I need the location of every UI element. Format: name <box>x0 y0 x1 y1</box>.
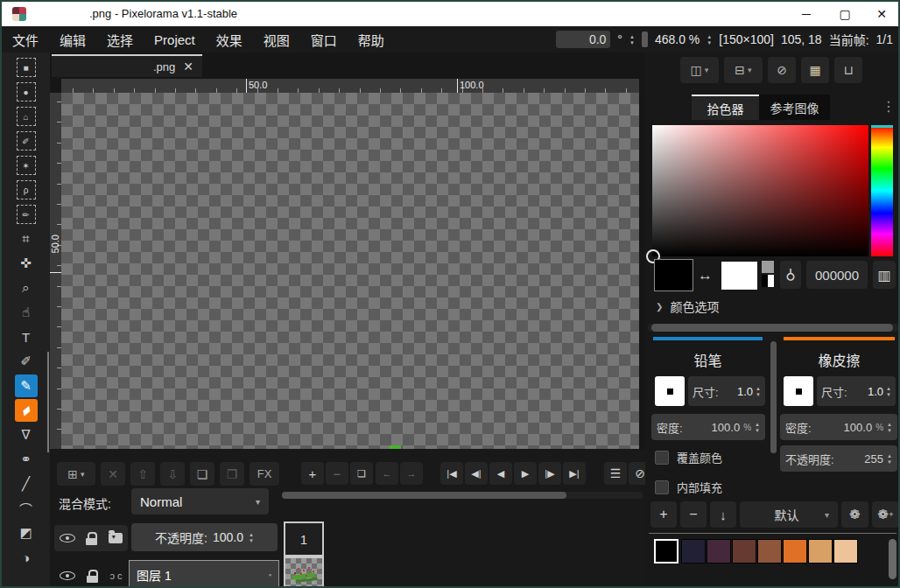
frame-cel-thumbnail[interactable] <box>284 556 324 588</box>
menu-edit[interactable]: 编辑 <box>49 26 96 52</box>
layer-name-field[interactable]: 图层 1 ▪ <box>129 560 279 588</box>
tool-rect-shape[interactable]: ◩ <box>15 522 38 544</box>
zoom-spinner[interactable]: ▲▼ <box>707 34 712 46</box>
timeline-settings-button[interactable]: ☰ <box>604 462 627 485</box>
eraser-density-spinner[interactable]: ▲▼ <box>887 422 892 433</box>
delete-layer-button[interactable]: ✕ <box>101 462 125 486</box>
add-layer-button[interactable]: ⊞ ▾ <box>57 462 95 486</box>
move-layer-up-button[interactable]: ⇧ <box>130 462 155 486</box>
tool-pan[interactable]: ☝ <box>15 301 38 324</box>
play-button[interactable]: ▶ <box>514 462 537 485</box>
zoom-slider-grip[interactable] <box>642 32 648 47</box>
tool-lasso[interactable]: ρ <box>15 178 38 201</box>
minimize-button[interactable]: ─ <box>791 2 821 26</box>
tool-text[interactable]: T <box>15 326 38 348</box>
global-visibility-eye-icon[interactable] <box>60 532 75 544</box>
maximize-button[interactable]: ▢ <box>830 2 860 26</box>
right-color-swatch[interactable] <box>721 262 757 290</box>
menu-help[interactable]: 帮助 <box>348 26 395 52</box>
default-colors-gray-swatch[interactable] <box>762 261 774 273</box>
first-frame-button[interactable]: |◀ <box>440 462 463 485</box>
picker-scrollbar-thumb[interactable] <box>651 324 893 332</box>
panel-menu-dots-icon[interactable]: ⋮ <box>882 98 896 115</box>
eraser-size-field[interactable]: 尺寸: 1.0 ▲▼ <box>817 376 896 406</box>
remove-frame-button[interactable]: − <box>326 462 348 485</box>
palette-swatch-7[interactable] <box>833 539 858 564</box>
rotation-input[interactable]: 0.0 <box>556 31 610 48</box>
tool-color-picker[interactable]: ✐ <box>15 350 38 373</box>
move-layer-down-button[interactable]: ⇩ <box>160 462 185 486</box>
palette-swatch-6[interactable] <box>808 539 833 564</box>
move-frame-left-button[interactable]: ← <box>376 462 398 485</box>
eraser-brush-button[interactable] <box>784 376 813 406</box>
default-colors-bw-swatch[interactable] <box>762 275 774 287</box>
frame-header-1[interactable]: 1 <box>284 522 324 556</box>
color-options-expander[interactable]: ❯ 颜色选项 <box>656 298 719 315</box>
tool-curve[interactable]: ⌒ <box>15 497 38 520</box>
merge-layer-button[interactable]: ❐ <box>220 462 244 486</box>
rotation-spinner[interactable]: ▲▼ <box>629 34 635 46</box>
tool-line[interactable]: ╱ <box>15 472 38 495</box>
palette-swatch-3[interactable] <box>732 539 756 564</box>
tool-move[interactable]: ✜ <box>15 252 38 275</box>
pencil-density-spinner[interactable]: ▲▼ <box>755 422 760 433</box>
tool-crop[interactable]: ⌗ <box>15 228 38 250</box>
pencil-size-field[interactable]: 尺寸: 1.0 ▲▼ <box>688 376 765 406</box>
pencil-overwrite-option[interactable]: 覆盖颜色 <box>655 449 722 466</box>
pencil-fill-inside-option[interactable]: 内部填充 <box>655 479 722 495</box>
tool-pencil[interactable]: ✎ <box>15 374 38 397</box>
palette-swatch-0[interactable] <box>654 539 679 564</box>
layer-lock-icon[interactable] <box>87 570 98 583</box>
menu-select[interactable]: 选择 <box>96 26 144 52</box>
saturation-value-picker[interactable] <box>652 125 868 256</box>
menu-view[interactable]: 视图 <box>253 26 300 52</box>
tool-magic-wand[interactable]: ✶ <box>15 154 38 177</box>
add-frame-button[interactable]: + <box>301 462 324 485</box>
tool-ellipse-shape[interactable]: ◑ <box>15 546 38 569</box>
screen-color-picker-button[interactable]: ⚲ <box>780 261 801 289</box>
fill-inside-checkbox[interactable] <box>655 480 669 494</box>
layer-link-icon[interactable]: ɔ c <box>109 570 122 581</box>
tool-color-select[interactable]: ✐ <box>15 130 38 152</box>
tab-reference-images[interactable]: 参考图像 <box>759 94 830 120</box>
eraser-opacity-field[interactable]: 不透明度: 255 ▲▼ <box>780 445 897 472</box>
tool-paint-select[interactable]: ✏ <box>15 203 38 226</box>
add-color-button[interactable]: + <box>650 501 677 528</box>
palette-swatch-4[interactable] <box>757 539 782 564</box>
toolbar-scrollbar[interactable] <box>47 352 49 452</box>
pencil-density-field[interactable]: 密度: 100.0 % ▲▼ <box>651 414 765 440</box>
tool-zoom[interactable]: ⌕ <box>15 276 38 299</box>
tool-shading[interactable]: ⚭ <box>15 448 38 471</box>
swap-colors-icon[interactable]: ↔ <box>698 267 713 284</box>
global-lock-icon[interactable] <box>86 532 97 545</box>
layer-opacity-field[interactable]: 不透明度: 100.0 ▲▼ <box>131 523 278 551</box>
tool-polygon-select[interactable]: ⌂ <box>15 105 38 128</box>
hue-slider-indicator[interactable] <box>871 125 893 128</box>
hue-slider[interactable] <box>871 125 893 256</box>
menu-window[interactable]: 窗口 <box>300 26 348 52</box>
opacity-spinner[interactable]: ▲▼ <box>249 532 254 543</box>
tool-bucket[interactable]: ∇ <box>15 424 38 446</box>
zoom-value[interactable]: 468.0 % <box>655 32 700 46</box>
project-tab[interactable]: .png ✕ <box>52 54 202 77</box>
next-frame-button[interactable]: |▶ <box>538 462 561 485</box>
layer-fx-button[interactable]: FX <box>250 462 279 486</box>
menu-effects[interactable]: 效果 <box>206 26 253 52</box>
pencil-size-spinner[interactable]: ▲▼ <box>756 386 761 397</box>
layer-group-folder-icon[interactable]: ▾ <box>109 533 123 543</box>
edit-palette-button[interactable]: ❁ <box>841 501 868 528</box>
palette-swatch-2[interactable] <box>707 539 731 564</box>
vertical-mirror-button[interactable]: ⊟ ▾ <box>724 57 763 83</box>
palette-select-dropdown[interactable]: 默认 ▾ <box>740 501 838 528</box>
drawing-canvas[interactable] <box>61 93 639 449</box>
close-button[interactable]: ✕ <box>867 2 896 26</box>
clone-layer-button[interactable]: ❏ <box>190 462 214 486</box>
alpha-lock-button[interactable]: ▦ <box>801 57 829 83</box>
sort-palette-button[interactable]: ↓ <box>710 501 736 528</box>
tool-rect-select[interactable]: ■ <box>15 56 38 79</box>
horizontal-mirror-button[interactable]: ◫ ▾ <box>680 57 719 83</box>
last-frame-button[interactable]: ▶| <box>563 462 586 485</box>
new-palette-button[interactable]: ❁ + <box>872 501 899 528</box>
eraser-size-spinner[interactable]: ▲▼ <box>886 386 891 397</box>
tab-color-picker[interactable]: 拾色器 <box>692 94 759 120</box>
